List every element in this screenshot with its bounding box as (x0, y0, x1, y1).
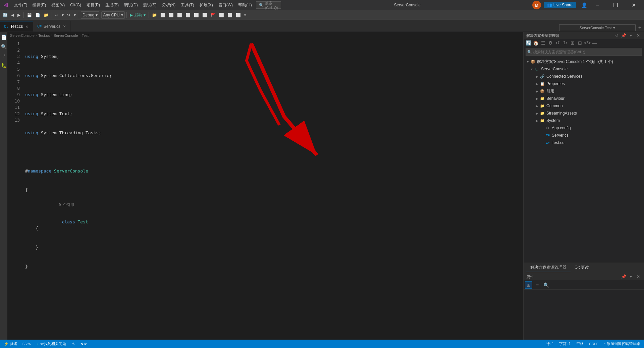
panel-collapse-btn[interactable]: ◁ (613, 32, 619, 39)
activity-explorer[interactable]: 📄 (0, 33, 7, 41)
status-spaces[interactable]: 空格 (575, 341, 585, 346)
toolbar-btn6[interactable]: ⬜ (193, 11, 200, 19)
properties-menu-btn[interactable]: ▾ (628, 274, 634, 280)
tab-solution-explorer[interactable]: 解决方案资源管理器 (526, 263, 571, 272)
menu-view[interactable]: 视图(V) (49, 1, 67, 9)
prop-grid-btn[interactable]: ⊞ (525, 281, 532, 289)
add-file-btn[interactable]: + (637, 24, 643, 31)
toolbar-undo-dropdown[interactable]: ▾ (60, 11, 65, 19)
toolbar-back[interactable]: ◀ (10, 11, 15, 19)
tree-common[interactable]: ▶ 📁 Common (524, 102, 644, 110)
user-avatar[interactable]: M (532, 1, 541, 9)
status-line[interactable]: 行: 1 (545, 341, 555, 346)
sol-settings-btn[interactable]: ⚙ (547, 40, 554, 46)
sol-code-btn[interactable]: </> (584, 40, 591, 46)
search-bar[interactable]: 🔍 搜索 (Ctrl+Q) (256, 1, 281, 9)
activity-debug[interactable]: 🐛 (0, 61, 7, 69)
toolbar-btn10[interactable]: ⬜ (234, 11, 242, 19)
properties-pin-btn[interactable]: 📌 (621, 274, 627, 280)
menu-debug[interactable]: 调试(D) (121, 1, 141, 9)
code-content[interactable]: using System; using System.Collections.G… (22, 39, 519, 340)
toolbar-btn4[interactable]: ⬜ (176, 11, 183, 19)
config-dropdown[interactable]: Debug ▾ (81, 11, 99, 19)
toolbar-new-file[interactable]: 📄 (34, 11, 42, 19)
toolbar-forward[interactable]: ▶ (16, 11, 22, 19)
tree-properties[interactable]: ▶ 📋 Properties (524, 80, 644, 87)
breadcrumb-file[interactable]: Test.cs (38, 33, 50, 38)
menu-window[interactable]: 窗口(W) (216, 1, 235, 9)
menu-file[interactable]: 文件(F) (11, 1, 30, 9)
tab-test-cs-close[interactable]: ✕ (25, 24, 29, 29)
status-zoom[interactable]: 65 % (21, 342, 32, 346)
solution-search-input[interactable] (533, 50, 640, 54)
status-nav[interactable]: ⊲ ⊳ (79, 342, 89, 346)
sol-minus-btn[interactable]: — (591, 40, 598, 46)
tab-server-cs[interactable]: C# Server.cs ✕ (33, 21, 71, 31)
sol-refresh-btn[interactable]: ↺ (554, 40, 561, 46)
activity-search[interactable]: 🔍 (0, 43, 7, 51)
status-ready[interactable]: ⚡ 就绪 (3, 341, 18, 346)
toolbar-save-all[interactable]: 💾 (25, 11, 33, 19)
tab-server-cs-close[interactable]: ✕ (62, 24, 66, 28)
status-errors[interactable]: ✓ 未找到相关问题 (35, 341, 67, 346)
status-vcs[interactable]: ↑ 添加到源代码管理器 (602, 341, 641, 346)
toolbar-redo[interactable]: ↪ (66, 11, 72, 19)
code-editor[interactable]: 1 2 3 4 5 6 7 8 9 10 11 12 13 using Syst… (7, 39, 523, 340)
toolbar-refresh[interactable]: 🔄 (1, 11, 9, 19)
menu-analyze[interactable]: 分析(N) (159, 1, 178, 9)
toolbar-redo-dropdown[interactable]: ▾ (72, 11, 77, 19)
minimize-button[interactable]: – (590, 0, 605, 10)
sol-misc1-btn[interactable]: ⊞ (569, 40, 576, 46)
tab-test-cs[interactable]: C# Test.cs ✕ (0, 21, 33, 31)
toolbar-open[interactable]: 📁 (42, 11, 50, 19)
menu-test[interactable]: 测试(S) (141, 1, 159, 9)
status-crlf[interactable]: CRLF (588, 342, 600, 346)
toolbar-undo[interactable]: ↩ (54, 11, 60, 19)
toolbar-btn7[interactable]: ⬜ (201, 11, 209, 19)
editor-scrollbar[interactable] (519, 39, 523, 340)
menu-project[interactable]: 项目(P) (84, 1, 103, 9)
toolbar-btn2[interactable]: ⬜ (159, 11, 167, 19)
maximize-button[interactable]: ❐ (608, 0, 623, 10)
toolbar-btn1[interactable]: 📁 (151, 11, 158, 19)
menu-tools[interactable]: 工具(T) (178, 1, 197, 9)
tree-root[interactable]: ▾ 📦 解决方案'ServerConsole'(1 个项目/共 1 个) (524, 58, 644, 65)
activity-git[interactable]: ⑂ (0, 52, 7, 60)
panel-close-btn[interactable]: ✕ (635, 32, 641, 39)
menu-edit[interactable]: 编辑(E) (30, 1, 49, 9)
panel-pin-btn[interactable]: 📌 (621, 32, 627, 39)
sol-sync-btn[interactable]: 🔄 (525, 40, 532, 46)
tab-git-changes[interactable]: Git 更改 (571, 263, 593, 272)
tree-references[interactable]: ▶ 📦 引用 (524, 87, 644, 95)
breadcrumb-ns[interactable]: ServerConsole (54, 33, 78, 38)
status-char[interactable]: 字符: 1 (558, 341, 572, 346)
close-button[interactable]: ✕ (626, 0, 641, 10)
menu-help[interactable]: 帮助(H) (235, 1, 255, 9)
solution-search[interactable]: 🔍 (526, 48, 642, 56)
toolbar-btn8[interactable]: ⬜ (218, 11, 225, 19)
secondary-file-dropdown[interactable]: ServerConsole.Test ▾ (559, 24, 636, 31)
toolbar-btn3[interactable]: ⬜ (167, 11, 175, 19)
tree-app-config[interactable]: ⚙ App.config (524, 124, 644, 132)
toolbar-btn9[interactable]: ⬜ (226, 11, 234, 19)
panel-menu-btn[interactable]: ▾ (628, 32, 634, 39)
toolbar-more[interactable]: » (243, 11, 248, 19)
tree-connected-services[interactable]: ▶ 🔗 Connected Services (524, 73, 644, 80)
toolbar-flag[interactable]: 🚩 (209, 11, 217, 19)
tree-server-cs[interactable]: C# Server.cs (524, 132, 644, 139)
prop-search-btn[interactable]: 🔍 (542, 281, 550, 289)
menu-build[interactable]: 生成(B) (103, 1, 121, 9)
menu-extend[interactable]: 扩展(X) (197, 1, 216, 9)
properties-close-btn[interactable]: ✕ (635, 274, 641, 280)
toolbar-btn5[interactable]: ⬜ (184, 11, 192, 19)
sol-filter-btn[interactable]: ☰ (540, 40, 546, 46)
liveshare-button[interactable]: 👥 Live Share (544, 2, 576, 8)
menu-git[interactable]: Git(G) (67, 1, 84, 9)
play-button[interactable]: ▶ 启动 ▾ (128, 11, 147, 19)
sol-home-btn[interactable]: 🏠 (532, 40, 539, 46)
tree-behaviour[interactable]: ▶ 📁 Behaviour (524, 95, 644, 102)
sol-misc2-btn[interactable]: ⊟ (577, 40, 583, 46)
platform-dropdown[interactable]: Any CPU ▾ (101, 11, 124, 19)
sol-refresh2-btn[interactable]: ↻ (562, 40, 569, 46)
breadcrumb-solution[interactable]: ServerConsole (10, 33, 35, 38)
